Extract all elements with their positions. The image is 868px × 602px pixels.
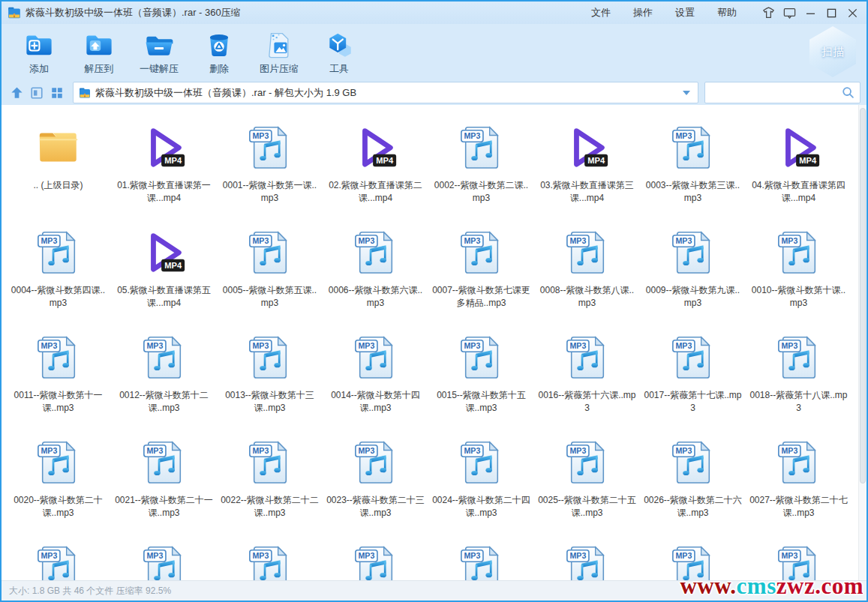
file-item[interactable]: MP3 0025--紫微斗数第二十五课..mp3 xyxy=(534,423,640,528)
file-item[interactable]: MP3 0023--紫薇斗数第二十三课..mp3 xyxy=(323,423,428,528)
mp3-file-icon: MP3 xyxy=(458,228,506,276)
file-item[interactable]: MP3 0014--紫微斗数第十四课..mp3 xyxy=(323,318,428,423)
file-item[interactable]: MP3 xyxy=(746,528,851,580)
feedback-icon[interactable] xyxy=(779,3,799,22)
details-view-button[interactable] xyxy=(28,84,46,102)
archive-file-icon xyxy=(79,87,91,99)
file-item[interactable]: MP4 04.紫微斗数直播课第四课...mp4 xyxy=(746,108,851,213)
mp3-file-icon: MP3 xyxy=(458,438,506,486)
scan-button[interactable]: 扫描 xyxy=(809,26,856,77)
file-item[interactable]: MP3 0012--紫微斗数第十二课..mp3 xyxy=(111,318,217,423)
maximize-button[interactable] xyxy=(821,3,841,22)
search-input[interactable] xyxy=(710,86,842,99)
file-label: 01.紫微斗数直播课第一课...mp4 xyxy=(115,179,213,205)
file-item[interactable]: MP3 0026--紫微斗数第二十六课..mp3 xyxy=(640,423,746,528)
file-item[interactable]: MP3 0004--紫微斗数第四课..mp3 xyxy=(5,213,111,318)
extract-folder-icon xyxy=(83,29,115,61)
menu-file[interactable]: 文件 xyxy=(580,1,622,24)
file-item[interactable]: MP3 xyxy=(217,528,323,580)
minimize-button[interactable] xyxy=(800,3,820,22)
file-item[interactable]: MP3 0010--紫微斗数第十课..mp3 xyxy=(746,213,851,318)
file-item[interactable]: MP3 xyxy=(640,528,746,580)
file-label: 03.紫微斗数直播课第三课...mp4 xyxy=(538,179,636,205)
archive-path-combobox[interactable]: 紫薇斗数初级中级一体班（音频课）.rar - 解包大小为 1.9 GB xyxy=(73,82,698,103)
file-label: 0001--紫微斗数第一课..mp3 xyxy=(221,179,319,205)
close-button[interactable] xyxy=(842,3,862,22)
file-item[interactable]: MP3 xyxy=(5,528,111,580)
file-item[interactable]: .. (上级目录) xyxy=(5,108,111,213)
svg-text:MP3: MP3 xyxy=(464,551,480,560)
file-item[interactable]: MP3 0015--紫微斗数第十五课..mp3 xyxy=(428,318,534,423)
vertical-scrollbar[interactable] xyxy=(858,105,866,580)
menu-operate[interactable]: 操作 xyxy=(622,1,664,24)
file-label: 05.紫微斗数直播课第五课...mp4 xyxy=(115,284,213,310)
svg-text:MP3: MP3 xyxy=(252,236,269,245)
file-label: 0024--紫微斗数第二十四课..mp3 xyxy=(432,494,530,520)
file-label: 0014--紫微斗数第十四课..mp3 xyxy=(326,389,425,415)
file-item[interactable]: MP3 0008--紫微斗数第八课..mp3 xyxy=(534,213,640,318)
mp3-file-icon: MP3 xyxy=(563,438,611,486)
file-label: 0005--紫微斗数第五课..mp3 xyxy=(221,284,319,310)
file-item[interactable]: MP4 03.紫微斗数直播课第三课...mp4 xyxy=(534,108,640,213)
file-item[interactable]: MP3 0003--紫微斗数第三课..mp3 xyxy=(640,108,746,213)
file-item[interactable]: MP3 0022--紫微斗数第二十二课..mp3 xyxy=(217,423,323,528)
file-label: 0011--紫微斗数第十一课..mp3 xyxy=(9,389,107,415)
skin-icon[interactable] xyxy=(758,3,778,22)
menu-settings[interactable]: 设置 xyxy=(664,1,706,24)
svg-text:MP3: MP3 xyxy=(781,551,797,560)
grid-view-button[interactable] xyxy=(48,84,66,102)
up-level-button[interactable] xyxy=(8,84,26,102)
file-item[interactable]: MP3 0011--紫微斗数第十一课..mp3 xyxy=(5,318,111,423)
file-item[interactable]: MP3 0001--紫微斗数第一课..mp3 xyxy=(217,108,323,213)
file-item[interactable]: MP3 xyxy=(428,528,534,580)
svg-text:MP3: MP3 xyxy=(252,131,269,140)
mp3-file-icon: MP3 xyxy=(246,543,294,580)
svg-text:MP3: MP3 xyxy=(41,236,57,245)
file-item[interactable]: MP3 xyxy=(111,528,217,580)
scan-label: 扫描 xyxy=(821,45,844,59)
file-item[interactable]: MP3 0021--紫微斗数第二十一课..mp3 xyxy=(111,423,217,528)
add-button[interactable]: 添加 xyxy=(9,24,69,80)
file-item[interactable]: MP3 0005--紫微斗数第五课..mp3 xyxy=(217,213,323,318)
combobox-dropdown-button[interactable] xyxy=(678,84,695,101)
file-label: 0007--紫微斗数第七课更多精品..mp3 xyxy=(432,284,530,310)
file-item[interactable]: MP3 0006--紫微斗数第六课..mp3 xyxy=(323,213,428,318)
file-item[interactable]: MP3 0020--紫微斗数第二十课..mp3 xyxy=(5,423,111,528)
mp3-file-icon: MP3 xyxy=(352,228,400,276)
svg-text:MP3: MP3 xyxy=(675,551,692,560)
file-item[interactable]: MP3 0009--紫微斗数第九课..mp3 xyxy=(640,213,746,318)
file-label: .. (上级目录) xyxy=(34,179,83,192)
one-key-extract-button[interactable]: 一键解压 xyxy=(129,24,189,80)
file-item[interactable]: MP3 xyxy=(323,528,428,580)
mp3-file-icon: MP3 xyxy=(458,123,506,171)
file-item[interactable]: MP3 0024--紫微斗数第二十四课..mp3 xyxy=(428,423,534,528)
mp3-file-icon: MP3 xyxy=(669,543,717,580)
svg-text:MP3: MP3 xyxy=(358,341,374,350)
file-item[interactable]: MP3 0017--紫薇第十七课..mp3 xyxy=(640,318,746,423)
file-item[interactable]: MP4 05.紫微斗数直播课第五课...mp4 xyxy=(111,213,217,318)
file-list-panel: .. (上级目录) MP4 01.紫微斗数直播课第一课...mp4 xyxy=(2,105,866,580)
svg-text:MP3: MP3 xyxy=(358,551,374,560)
tools-button[interactable]: 工具 xyxy=(309,24,369,80)
folder-icon xyxy=(35,123,83,171)
svg-text:MP3: MP3 xyxy=(675,341,692,350)
file-item[interactable]: MP4 02.紫微斗数直播课第二课...mp4 xyxy=(323,108,428,213)
file-item[interactable]: MP3 0027--紫微斗数第二十七课..mp3 xyxy=(746,423,851,528)
image-compress-button[interactable]: 图片压缩 xyxy=(249,24,309,80)
mp3-file-icon: MP3 xyxy=(352,438,400,486)
file-item[interactable]: MP3 0018--紫薇第十八课..mp3 xyxy=(746,318,851,423)
file-item[interactable]: MP3 0002--紫微斗数第二课..mp3 xyxy=(428,108,534,213)
scrollbar-thumb[interactable] xyxy=(860,108,866,484)
file-grid: .. (上级目录) MP4 01.紫微斗数直播课第一课...mp4 xyxy=(2,105,866,580)
file-item[interactable]: MP4 01.紫微斗数直播课第一课...mp4 xyxy=(111,108,217,213)
file-item[interactable]: MP3 0016--紫薇第十六课..mp3 xyxy=(534,318,640,423)
file-item[interactable]: MP3 0007--紫微斗数第七课更多精品..mp3 xyxy=(428,213,534,318)
menu-help[interactable]: 帮助 xyxy=(706,1,748,24)
mp3-file-icon: MP3 xyxy=(669,438,717,486)
mp4-file-icon: MP4 xyxy=(140,123,188,171)
file-item[interactable]: MP3 xyxy=(534,528,640,580)
file-item[interactable]: MP3 0013--紫微斗数第十三课..mp3 xyxy=(217,318,323,423)
file-label: 0015--紫微斗数第十五课..mp3 xyxy=(432,389,530,415)
delete-button[interactable]: 删除 xyxy=(189,24,249,80)
extract-to-button[interactable]: 解压到 xyxy=(69,24,129,80)
